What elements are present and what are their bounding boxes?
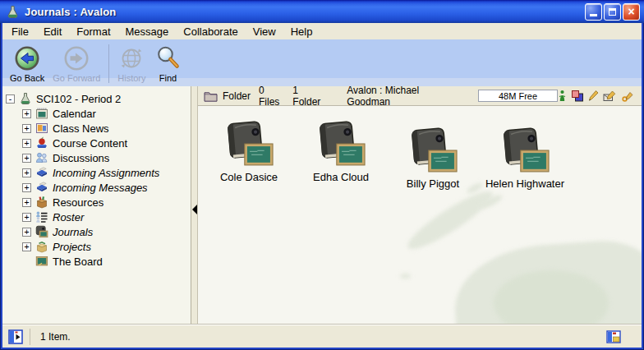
expand-toggle-icon[interactable]: + [22,139,31,148]
expand-toggle-icon[interactable]: + [22,228,31,237]
journal-item-label: Cole Dasice [220,171,278,183]
statusbar: 1 Item. [2,325,642,348]
menu-view[interactable]: View [246,24,283,39]
tree-item-course-root[interactable]: - SCI102 - Period 2 [2,91,191,106]
find-icon [154,44,182,73]
menu-message[interactable]: Message [118,24,177,39]
toggle-tree-panel-icon[interactable] [8,329,23,344]
course-tree: - SCI102 - Period 2 + Calendar + Class N… [2,86,191,325]
tree-item-label: Class News [49,122,109,135]
tree-item-label: Course Content [49,137,127,150]
go-forward-label: Go Forward [53,73,100,83]
discussions-icon [35,151,49,164]
item-count: 1 Item. [40,331,71,343]
expand-toggle-icon[interactable]: + [22,109,31,118]
flask-icon [19,92,33,105]
collapse-panel-arrow-icon[interactable] [192,205,197,214]
expand-toggle-icon[interactable]: + [22,183,31,192]
expand-toggle-icon[interactable]: + [22,198,31,207]
tree-item-incoming-assignments[interactable]: + Incoming Assignments [2,165,191,180]
journal-item-billy-piggot[interactable]: Billy Piggot [387,127,479,190]
menu-collaborate[interactable]: Collaborate [176,24,246,39]
menu-edit[interactable]: Edit [36,24,69,39]
app-flask-icon [4,3,21,20]
find-label: Find [159,73,177,83]
close-button[interactable]: × [623,3,640,21]
panel-splitter[interactable] [191,86,198,325]
menu-help[interactable]: Help [283,24,320,39]
board-icon [35,255,49,268]
journal-icon [499,127,551,173]
tree-item-label: Roster [49,211,84,223]
window-title: Journals : Avalon [25,6,585,18]
maximize-icon [609,8,616,16]
main-panel: Folder 0 Files 1 Folder Avalon : Michael… [198,86,642,325]
journal-item-helen-highwater[interactable]: Helen Highwater [479,127,571,190]
incoming-assignments-icon [35,166,49,179]
folder-info-bar: Folder 0 Files 1 Folder Avalon : Michael… [198,86,642,106]
expand-toggle-icon[interactable]: + [22,154,31,163]
folder-type-label: Folder [223,90,251,102]
collapse-toggle-icon[interactable]: - [6,94,15,104]
toolbar-separator [108,44,109,83]
tree-item-incoming-messages[interactable]: + Incoming Messages [2,180,191,195]
journal-item-label: Edha Cloud [313,171,369,183]
tree-item-journals[interactable]: + Journals [2,224,191,239]
menu-format[interactable]: Format [69,24,117,39]
content-area: - SCI102 - Period 2 + Calendar + Class N… [2,86,642,325]
go-back-label: Go Back [10,73,44,83]
expander-spacer [22,257,31,266]
sign-key-icon[interactable] [622,90,636,103]
tree-item-discussions[interactable]: + Discussions [2,150,191,165]
tree-item-resources[interactable]: + Resources [2,195,191,210]
expand-toggle-icon[interactable]: + [22,213,31,222]
view-layout-icon[interactable] [606,329,621,344]
journals-icon [35,225,49,238]
journal-item-label: Billy Piggot [407,177,459,190]
journal-icon [315,121,367,167]
folder-contents: Cole Dasice Edha Cloud Billy Piggot Hele… [198,106,642,325]
tree-item-label: The Board [49,256,103,268]
journal-item-label: Helen Highwater [485,177,564,190]
minimize-button[interactable] [585,3,602,21]
tree-item-label: Incoming Assignments [49,167,159,179]
layers-icon[interactable] [571,90,584,103]
expand-toggle-icon[interactable]: + [22,242,31,251]
tree-item-label: SCI102 - Period 2 [33,93,121,105]
tree-item-projects[interactable]: + Projects [2,239,191,254]
files-count: 0 Files [259,86,288,108]
tree-item-label: Projects [49,241,91,253]
tree-item-label: Incoming Messages [49,182,148,194]
forward-icon [62,44,90,73]
class-news-icon [35,122,49,135]
tree-item-course-content[interactable]: + Course Content [2,136,191,150]
person-icon[interactable] [558,90,567,103]
find-button[interactable]: Find [150,42,186,83]
toolbar: Go Back Go Forward History [2,39,642,86]
app-window: Journals : Avalon × File Edit Format Mes… [0,0,644,350]
maximize-button[interactable] [604,3,621,21]
minimize-icon [590,14,597,16]
tree-item-the-board[interactable]: The Board [2,254,191,269]
tree-item-label: Resources [49,196,104,209]
tree-item-class-news[interactable]: + Class News [2,121,191,136]
resources-icon [35,196,49,209]
tree-item-calendar[interactable]: + Calendar [2,106,191,121]
infobar-actions [558,90,636,103]
pencil-icon[interactable] [588,90,599,103]
go-back-button[interactable]: Go Back [6,42,48,83]
journal-item-edha-cloud[interactable]: Edha Cloud [295,121,387,183]
course-content-icon [35,136,49,150]
roster-icon [35,210,49,223]
menu-file[interactable]: File [4,24,36,39]
expand-toggle-icon[interactable]: + [22,124,31,133]
compose-icon[interactable] [603,90,618,103]
titlebar[interactable]: Journals : Avalon × [0,0,644,23]
journal-item-cole-dasice[interactable]: Cole Dasice [203,121,295,183]
expand-toggle-icon[interactable]: + [22,168,31,177]
tree-item-roster[interactable]: + Roster [2,210,191,224]
back-icon [13,44,41,73]
menubar: File Edit Format Message Collaborate Vie… [2,23,642,39]
folder-icon [204,90,218,102]
projects-icon [35,240,49,253]
